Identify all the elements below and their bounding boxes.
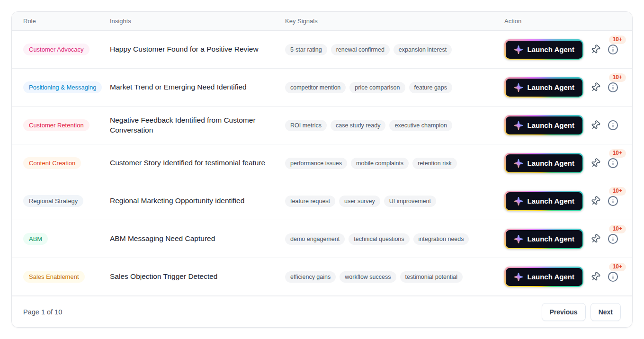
signals-cell: efficiency gainsworkflow successtestimon… (285, 271, 504, 283)
insight-text: Sales Objection Trigger Detected (110, 272, 285, 282)
role-cell: Regional Strategy (23, 195, 110, 207)
count-badge: 10+ (609, 73, 626, 82)
action-cell: Launch Agent (504, 107, 632, 144)
signals-cell: performance issuesmobile complaintsreten… (285, 158, 504, 169)
role-cell: Customer Advocacy (23, 44, 110, 55)
launch-agent-button[interactable]: Launch Agent (504, 229, 583, 249)
action-cell: Launch Agent 10+ (504, 31, 632, 68)
sparkles-icon (514, 272, 523, 282)
role-cell: Positioning & Messaging (23, 81, 110, 93)
next-button[interactable]: Next (590, 303, 621, 321)
pin-icon[interactable] (590, 196, 600, 206)
pin-icon[interactable] (590, 120, 600, 130)
sparkles-icon (514, 45, 523, 54)
insight-text: Market Trend or Emerging Need Identified (110, 82, 285, 92)
sparkles-icon (514, 83, 523, 92)
launch-agent-label: Launch Agent (528, 83, 574, 91)
sparkles-icon (514, 196, 523, 206)
info-icon[interactable] (608, 120, 618, 131)
launch-agent-label: Launch Agent (528, 159, 574, 167)
launch-agent-label: Launch Agent (528, 121, 574, 129)
pagination-buttons: Previous Next (542, 303, 621, 321)
signals-cell: competitor mentionprice comparisonfeatur… (285, 82, 504, 93)
signal-tag: mobile complaints (351, 158, 409, 169)
previous-button[interactable]: Previous (542, 303, 586, 321)
launch-agent-label: Launch Agent (528, 197, 574, 205)
role-badge: Positioning & Messaging (23, 81, 102, 93)
role-cell: Content Creation (23, 157, 110, 169)
sparkles-icon (514, 234, 523, 244)
sparkles-icon (514, 121, 523, 130)
signal-tag: efficiency gains (285, 271, 336, 283)
signal-tag: feature request (285, 196, 335, 207)
action-cell: Launch Agent 10+ (504, 144, 632, 182)
insights-table-card: Role Insights Key Signals Action Custome… (11, 11, 633, 328)
signal-tag: renewal confirmed (331, 44, 390, 55)
column-header-action: Action (504, 18, 632, 25)
signal-tag: testimonial potential (400, 271, 463, 283)
signal-tag: expansion interest (394, 44, 452, 55)
info-icon[interactable] (608, 44, 618, 55)
table-row: Sales Enablement Sales Objection Trigger… (12, 258, 632, 296)
table-row: Positioning & Messaging Market Trend or … (12, 69, 632, 107)
role-badge: Sales Enablement (23, 271, 85, 283)
signal-tag: competitor mention (285, 82, 346, 93)
sparkles-icon (514, 159, 523, 168)
info-icon[interactable] (608, 233, 618, 244)
pin-icon[interactable] (590, 45, 600, 54)
signal-tag: case study ready (331, 120, 386, 131)
pagination-footer: Page 1 of 10 Previous Next (12, 296, 632, 328)
signals-cell: ROI metricscase study readyexecutive cha… (285, 120, 504, 131)
table-header: Role Insights Key Signals Action (12, 12, 632, 31)
action-cell: Launch Agent 10+ (504, 69, 632, 106)
launch-agent-button[interactable]: Launch Agent (504, 267, 583, 287)
pin-icon[interactable] (590, 272, 600, 282)
launch-agent-label: Launch Agent (528, 45, 574, 54)
info-icon[interactable] (608, 158, 618, 169)
signal-tag: ROI metrics (285, 120, 327, 131)
pin-icon[interactable] (590, 234, 600, 244)
signal-tag: workflow success (340, 271, 396, 283)
launch-agent-button[interactable]: Launch Agent (504, 115, 583, 135)
launch-agent-label: Launch Agent (528, 273, 574, 281)
count-badge: 10+ (609, 149, 626, 158)
info-icon[interactable] (608, 196, 618, 206)
count-badge: 10+ (609, 187, 626, 196)
page-status: Page 1 of 10 (23, 308, 62, 316)
launch-agent-button[interactable]: Launch Agent (504, 77, 583, 98)
launch-agent-button[interactable]: Launch Agent (504, 191, 583, 211)
action-cell: Launch Agent 10+ (504, 258, 632, 295)
signal-tag: executive champion (389, 120, 452, 131)
table-row: Regional Strategy Regional Marketing Opp… (12, 182, 632, 220)
role-badge: ABM (23, 233, 48, 245)
role-badge: Customer Retention (23, 119, 89, 131)
column-header-insights: Insights (110, 18, 285, 25)
launch-agent-button[interactable]: Launch Agent (504, 39, 583, 60)
pin-icon[interactable] (590, 82, 600, 92)
table-row: Customer Advocacy Happy Customer Found f… (12, 31, 632, 69)
signals-cell: demo engagementtechnical questionsintegr… (285, 233, 504, 245)
role-cell: Sales Enablement (23, 271, 110, 283)
column-header-key-signals: Key Signals (285, 18, 504, 25)
launch-agent-button[interactable]: Launch Agent (504, 153, 583, 173)
info-icon[interactable] (608, 271, 618, 282)
action-cell: Launch Agent 10+ (504, 220, 632, 258)
insight-text: Happy Customer Found for a Positive Revi… (110, 45, 285, 54)
signals-cell: feature requestuser surveyUI improvement (285, 196, 504, 207)
count-badge: 10+ (609, 36, 626, 44)
insight-text: ABM Messaging Need Captured (110, 234, 285, 244)
pin-icon[interactable] (590, 158, 600, 168)
role-badge: Regional Strategy (23, 195, 83, 207)
info-icon[interactable] (608, 82, 618, 93)
signal-tag: retention risk (412, 158, 457, 169)
signal-tag: technical questions (349, 233, 409, 245)
signal-tag: feature gaps (409, 82, 453, 93)
role-cell: Customer Retention (23, 119, 110, 131)
count-badge: 10+ (609, 263, 626, 271)
signal-tag: integration needs (413, 233, 469, 245)
column-header-role: Role (23, 18, 110, 25)
signal-tag: user survey (339, 196, 380, 207)
action-cell: Launch Agent 10+ (504, 182, 632, 220)
signal-tag: 5-star rating (285, 44, 327, 55)
table-body: Customer Advocacy Happy Customer Found f… (12, 31, 632, 296)
